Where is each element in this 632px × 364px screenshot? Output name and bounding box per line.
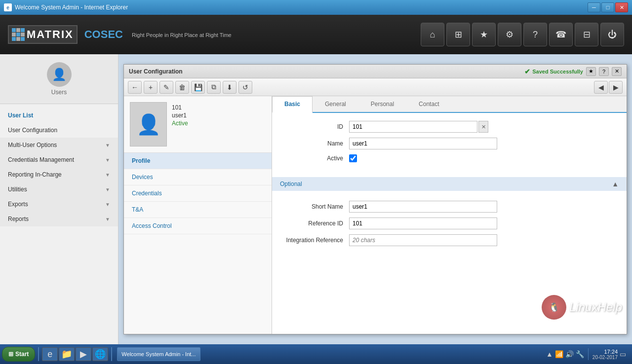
copy-button[interactable]: ⧉ xyxy=(207,81,221,94)
edit-button[interactable]: ✎ xyxy=(159,81,173,94)
sidebar-item-reporting[interactable]: Reporting In-Charge ▼ xyxy=(0,167,118,182)
short-name-input[interactable] xyxy=(349,201,497,213)
sidebar-avatar: 👤 xyxy=(47,62,72,87)
name-row: Name xyxy=(280,138,619,149)
optional-form: Short Name Reference ID Integration Refe… xyxy=(272,193,627,259)
sidebar-item-exports[interactable]: Exports ▼ xyxy=(0,197,118,212)
left-menu-access-control[interactable]: Access Control xyxy=(124,218,272,234)
next-button[interactable]: ▶ xyxy=(609,81,623,94)
taskbar-network-icon[interactable]: 🌐 xyxy=(92,347,108,361)
integration-ref-label: Integration Reference xyxy=(280,237,349,244)
sidebar: 👤 Users User List User Configuration Mul… xyxy=(0,54,118,344)
back-button[interactable]: ← xyxy=(128,81,142,94)
tab-personal[interactable]: Personal xyxy=(358,96,406,112)
settings-nav-btn[interactable]: ⚙ xyxy=(498,23,521,46)
left-menu-credentials[interactable]: Credentials xyxy=(124,185,272,202)
add-button[interactable]: + xyxy=(144,81,158,94)
refresh-button[interactable]: ↺ xyxy=(238,81,252,94)
basic-form: ID ✕ Name Active xyxy=(272,113,627,175)
dialog-help-button[interactable]: ? xyxy=(599,67,609,76)
active-label: Active xyxy=(280,155,349,162)
prev-button[interactable]: ◀ xyxy=(594,81,608,94)
header-nav: ⌂ ⊞ ★ ⚙ ? ☎ ⊟ ⏻ xyxy=(421,23,624,46)
logo-area: MATRIX COSEC Right People in Right Place… xyxy=(8,25,232,44)
modules-nav-btn[interactable]: ⊟ xyxy=(575,23,598,46)
sidebar-item-reports[interactable]: Reports ▼ xyxy=(0,212,118,226)
download-button[interactable]: ⬇ xyxy=(223,81,237,94)
sidebar-item-user-config[interactable]: User Configuration xyxy=(0,123,118,138)
main-area: 👤 Users User List User Configuration Mul… xyxy=(0,54,632,344)
integration-ref-input[interactable] xyxy=(349,234,497,246)
title-bar: e Welcome System Admin - Internet Explor… xyxy=(0,0,632,15)
tray-network-icon[interactable]: 📶 xyxy=(555,350,563,358)
user-avatar-display: 👤 xyxy=(130,102,167,146)
start-button[interactable]: ⊞ Start xyxy=(2,347,35,362)
tray-up-icon[interactable]: ▲ xyxy=(546,350,553,358)
left-menu-ta[interactable]: T&A xyxy=(124,202,272,218)
user-id-display: 101 xyxy=(172,104,188,111)
id-label: ID xyxy=(280,123,349,130)
tray-clock: 17:24 20-02-2017 xyxy=(592,349,618,360)
credentials-expand-icon: ▼ xyxy=(105,157,110,163)
sidebar-user-section: 👤 Users xyxy=(0,54,118,104)
phone-nav-btn[interactable]: ☎ xyxy=(549,23,573,46)
left-menu-devices[interactable]: Devices xyxy=(124,169,272,185)
tray-show-desktop-icon[interactable]: ▭ xyxy=(620,350,626,358)
id-clear-button[interactable]: ✕ xyxy=(478,121,488,133)
watermark: 🐧 LinuxHelp xyxy=(542,295,622,320)
reference-id-input[interactable] xyxy=(349,218,497,229)
dialog-header-right: ✔ Saved Successfully ★ ? ✕ xyxy=(524,67,622,76)
tab-contact[interactable]: Contact xyxy=(406,96,451,112)
taskbar-media-icon[interactable]: ▶ xyxy=(76,347,91,361)
user-status-display: Active xyxy=(172,120,188,127)
name-label: Name xyxy=(280,140,349,147)
sidebar-username: Users xyxy=(51,89,67,96)
left-panel: 👤 101 user1 Active Profile Devices Cre xyxy=(124,96,272,334)
reference-id-label: Reference ID xyxy=(280,220,349,227)
help-nav-btn[interactable]: ? xyxy=(523,23,547,46)
optional-collapse-icon[interactable]: ▲ xyxy=(612,180,619,188)
minimize-button[interactable]: ─ xyxy=(588,2,600,12)
reports-expand-icon: ▼ xyxy=(105,217,110,222)
dialog-star-button[interactable]: ★ xyxy=(586,67,596,76)
reference-id-row: Reference ID xyxy=(280,218,619,229)
taskbar-ie-icon[interactable]: e xyxy=(42,347,58,361)
tray-volume-icon[interactable]: 🔊 xyxy=(565,350,574,358)
logo-grid xyxy=(12,28,25,41)
short-name-row: Short Name xyxy=(280,201,619,213)
taskbar-active-item[interactable]: Welcome System Admin - Int... xyxy=(117,347,200,361)
tray-system-icon[interactable]: 🔧 xyxy=(576,350,584,358)
dialog-close-button[interactable]: ✕ xyxy=(612,67,622,76)
save-button[interactable]: 💾 xyxy=(191,81,205,94)
dialog-header: User Configuration ✔ Saved Successfully … xyxy=(124,65,627,78)
utilities-expand-icon: ▼ xyxy=(105,187,110,192)
sidebar-item-utilities[interactable]: Utilities ▼ xyxy=(0,182,118,197)
windows-icon: ⊞ xyxy=(8,351,13,358)
sidebar-item-user-list[interactable]: User List xyxy=(0,108,118,123)
tab-general[interactable]: General xyxy=(313,96,358,112)
delete-button[interactable]: 🗑 xyxy=(175,81,189,94)
sidebar-item-credentials[interactable]: Credentials Management ▼ xyxy=(0,152,118,167)
content-area: User Configuration ✔ Saved Successfully … xyxy=(118,54,632,344)
active-checkbox[interactable] xyxy=(349,154,357,162)
close-button[interactable]: ✕ xyxy=(615,2,628,12)
left-menu-profile[interactable]: Profile xyxy=(124,153,272,169)
id-input[interactable] xyxy=(349,121,477,133)
taskbar-folder-icon[interactable]: 📁 xyxy=(59,347,75,361)
star-nav-btn[interactable]: ★ xyxy=(472,23,496,46)
id-row: ID ✕ xyxy=(280,121,619,133)
maximize-button[interactable]: □ xyxy=(601,2,614,12)
matrix-logo-text: MATRIX xyxy=(27,28,74,41)
watermark-logo: 🐧 xyxy=(542,295,566,320)
sidebar-item-multi-user[interactable]: Multi-User Options ▼ xyxy=(0,138,118,152)
optional-section-header: Optional ▲ xyxy=(272,177,627,191)
logo-box: MATRIX xyxy=(8,25,78,44)
header-subtitle: Right People in Right Place at Right Tim… xyxy=(132,32,232,38)
name-input[interactable] xyxy=(349,138,497,149)
home-nav-btn[interactable]: ⌂ xyxy=(421,23,444,46)
power-nav-btn[interactable]: ⏻ xyxy=(600,23,624,46)
tab-basic[interactable]: Basic xyxy=(272,96,313,113)
app-header: MATRIX COSEC Right People in Right Place… xyxy=(0,15,632,54)
grid-nav-btn[interactable]: ⊞ xyxy=(446,23,470,46)
dialog-title: User Configuration xyxy=(129,68,183,75)
